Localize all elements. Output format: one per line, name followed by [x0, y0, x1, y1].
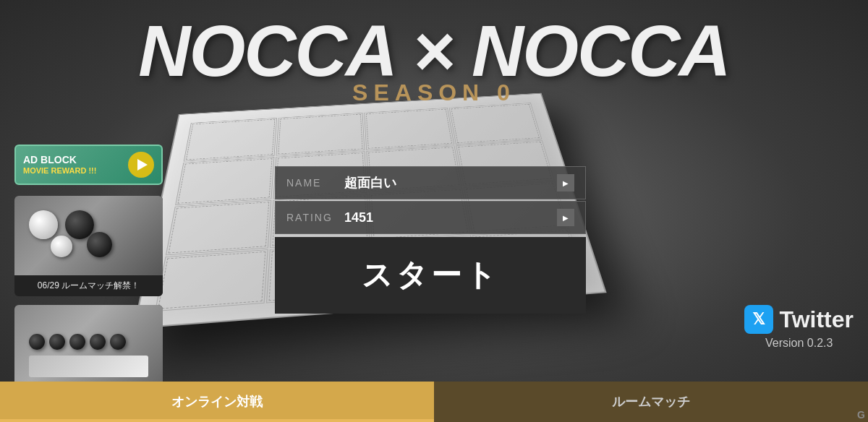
piece-white	[51, 236, 72, 257]
tab-room[interactable]: ルームマッチ	[434, 382, 868, 422]
version-label: Version 0.2.3	[765, 337, 833, 350]
name-label: NAME	[286, 177, 344, 189]
twitter-icon: 𝕏	[744, 305, 773, 334]
tab-online[interactable]: オンライン対戦	[0, 382, 434, 422]
bottom-tabs: オンライン対戦 ルームマッチ	[0, 382, 868, 422]
buy-game-thumbnail	[14, 305, 163, 384]
name-value: 超面白い	[344, 174, 557, 191]
season-label: SEASON 0	[0, 79, 868, 106]
start-button[interactable]: スタート	[275, 237, 586, 314]
room-match-thumbnail	[14, 196, 163, 275]
piece-black	[65, 210, 94, 239]
piece-white	[29, 210, 58, 239]
room-match-card[interactable]: 06/29 ルームマッチ解禁！	[14, 196, 163, 296]
tab-online-label: オンライン対戦	[171, 393, 263, 410]
piece-black	[87, 232, 112, 257]
twitter-label: Twitter	[779, 306, 854, 333]
title-area: NOCCA × NOCCA SEASON 0	[0, 14, 868, 106]
board-cell	[184, 118, 277, 161]
g-icon: G	[857, 409, 865, 421]
board-cell	[276, 113, 365, 155]
center-panel: NAME 超面白い RATING 1451 スタート	[275, 166, 586, 314]
board-cell	[175, 157, 274, 205]
rating-arrow[interactable]	[557, 209, 574, 226]
twitter-area: 𝕏 Twitter Version 0.2.3	[744, 305, 854, 350]
play-icon	[128, 152, 154, 178]
game-title: NOCCA × NOCCA	[0, 14, 868, 87]
rating-label: RATING	[286, 212, 344, 223]
room-match-label: 06/29 ルームマッチ解禁！	[14, 275, 163, 296]
piece-black	[110, 334, 126, 350]
rating-value: 1451	[344, 210, 557, 225]
piece-black	[69, 334, 85, 350]
board-cell	[166, 200, 271, 255]
rating-row: RATING 1451	[275, 201, 586, 234]
ad-block-button[interactable]: AD BLOCK MOVIE REWARD !!!	[14, 145, 163, 185]
board-cell	[155, 249, 268, 311]
ad-block-subtitle: MOVIE REWARD !!!	[23, 166, 122, 176]
board-decoration	[29, 356, 148, 377]
board-cell	[448, 103, 542, 145]
twitter-button[interactable]: 𝕏 Twitter	[744, 305, 854, 334]
piece-black	[29, 334, 45, 350]
board-cell	[364, 108, 454, 150]
left-sidebar: AD BLOCK MOVIE REWARD !!! 06/29 ルームマッチ解禁…	[14, 145, 163, 414]
name-row: NAME 超面白い	[275, 166, 586, 199]
ad-block-title: AD BLOCK	[23, 154, 122, 166]
piece-black	[90, 334, 106, 350]
name-arrow[interactable]	[557, 174, 574, 191]
piece-black	[49, 334, 65, 350]
tab-room-label: ルームマッチ	[612, 393, 690, 410]
ad-block-text: AD BLOCK MOVIE REWARD !!!	[23, 154, 122, 176]
